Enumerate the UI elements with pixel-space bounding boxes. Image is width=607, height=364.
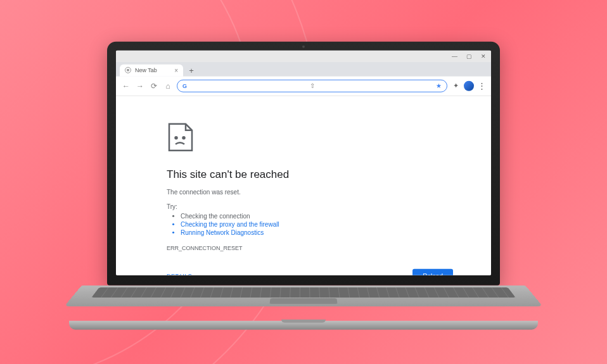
reload-icon-button[interactable]: ⟳: [149, 80, 159, 91]
suggestions-list: Checking the connection Checking the pro…: [167, 212, 453, 235]
laptop-mockup: — ▢ ✕ New Tab × + ← → ⟳ ⌂ G ⇧: [107, 41, 500, 334]
suggestion-run-diagnostics-link[interactable]: Running Network Diagnostics: [181, 229, 453, 235]
details-button[interactable]: DETAILS: [167, 273, 192, 275]
window-controls: — ▢ ✕: [116, 50, 491, 61]
sad-page-icon: [167, 121, 195, 153]
tab-strip: New Tab × +: [116, 61, 491, 76]
svg-point-0: [176, 137, 177, 139]
suggestion-check-proxy-link[interactable]: Checking the proxy and the firewall: [181, 220, 453, 227]
address-bar[interactable]: G ⇧ ★: [177, 79, 447, 92]
svg-point-1: [183, 137, 185, 139]
home-button[interactable]: ⌂: [163, 80, 173, 91]
extensions-icon[interactable]: ✦: [451, 81, 460, 90]
error-subtitle: The connection was reset.: [167, 188, 453, 195]
minimize-button[interactable]: —: [452, 53, 457, 59]
reload-button[interactable]: Reload: [412, 268, 453, 275]
suggestion-check-connection: Checking the connection: [181, 212, 453, 219]
browser-window: — ▢ ✕ New Tab × + ← → ⟳ ⌂ G ⇧: [116, 50, 491, 275]
browser-toolbar: ← → ⟳ ⌂ G ⇧ ★ ✦ ⋮: [116, 76, 491, 96]
share-icon[interactable]: ⇧: [310, 82, 315, 89]
menu-button[interactable]: ⋮: [478, 81, 486, 91]
close-window-button[interactable]: ✕: [481, 53, 486, 59]
try-label: Try:: [167, 203, 453, 210]
error-code: ERR_CONNECTION_RESET: [167, 244, 453, 251]
screen-bezel: — ▢ ✕ New Tab × + ← → ⟳ ⌂ G ⇧: [107, 41, 500, 285]
error-actions: DETAILS Reload: [167, 268, 453, 275]
new-tab-button[interactable]: +: [186, 65, 197, 76]
bookmark-star-icon[interactable]: ★: [436, 82, 442, 89]
error-title: This site can't be reached: [167, 168, 453, 180]
maximize-button[interactable]: ▢: [466, 53, 472, 59]
search-engine-icon: G: [182, 82, 189, 89]
back-button[interactable]: ←: [121, 80, 131, 91]
browser-tab[interactable]: New Tab ×: [120, 64, 183, 76]
laptop-base: [107, 285, 500, 334]
close-tab-button[interactable]: ×: [174, 66, 178, 73]
page-content: This site can't be reached The connectio…: [116, 96, 491, 275]
profile-avatar[interactable]: [464, 80, 474, 91]
tab-favicon-icon: [125, 67, 131, 73]
forward-button[interactable]: →: [135, 80, 145, 91]
tab-title: New Tab: [135, 67, 157, 73]
